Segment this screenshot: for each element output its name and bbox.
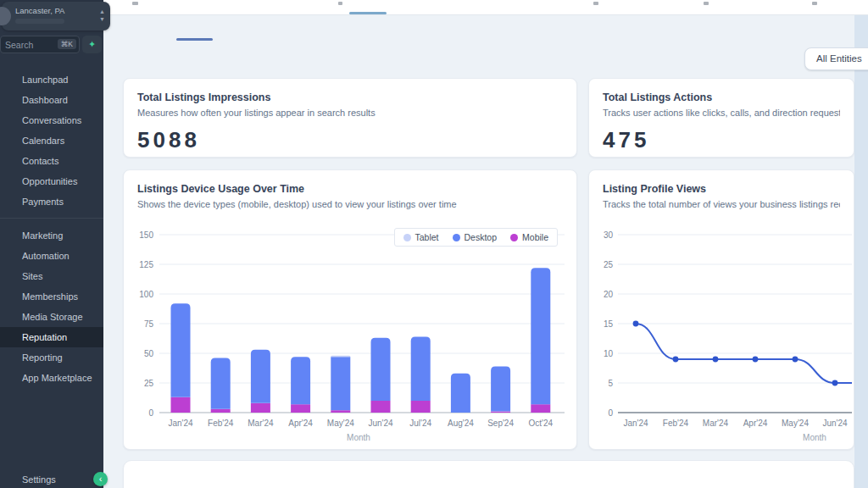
svg-text:Jan'24: Jan'24 bbox=[168, 419, 193, 428]
device-usage-stacked-bar-chart[interactable]: 0255075100125150Jan'24Feb'24Mar'24Apr'24… bbox=[134, 223, 570, 443]
svg-text:Feb'24: Feb'24 bbox=[663, 419, 689, 428]
reputation-listings-dashboard: Lancaster, PA ▲▼ Search ⌘K ✦ Launchpad D… bbox=[0, 0, 868, 488]
sidebar-item-automation[interactable]: Automation bbox=[0, 246, 103, 266]
desktop-legend-dot-icon bbox=[453, 234, 460, 241]
sidebar-item-sites[interactable]: Sites bbox=[0, 266, 103, 286]
stat-title: Total Listings Impressions bbox=[137, 92, 563, 103]
svg-text:Apr'24: Apr'24 bbox=[288, 419, 313, 428]
chart-title: Listing Profile Views bbox=[603, 183, 840, 195]
total-listings-actions-card: Total Listings Actions Tracks user actio… bbox=[588, 78, 854, 158]
legend-item-mobile[interactable]: Mobile bbox=[510, 232, 548, 242]
sidebar: Lancaster, PA ▲▼ Search ⌘K ✦ Launchpad D… bbox=[0, 0, 103, 488]
sparkle-icon: ✦ bbox=[88, 39, 96, 49]
sidebar-item-app-marketplace[interactable]: App Marketplace bbox=[0, 368, 103, 388]
sidebar-search-row: Search ⌘K ✦ bbox=[0, 36, 103, 54]
active-subtab-underline bbox=[176, 38, 213, 41]
sidebar-item-calendars[interactable]: Calendars bbox=[0, 130, 103, 151]
chart-legend[interactable]: Tablet Desktop Mobile bbox=[394, 228, 559, 247]
svg-text:25: 25 bbox=[144, 379, 154, 388]
clipped-tab-text bbox=[338, 2, 342, 5]
svg-text:Aug'24: Aug'24 bbox=[448, 419, 474, 428]
svg-text:5: 5 bbox=[608, 379, 613, 388]
svg-text:10: 10 bbox=[604, 349, 614, 358]
svg-text:0: 0 bbox=[608, 408, 613, 418]
location-name: Lancaster, PA bbox=[15, 6, 64, 15]
svg-text:15: 15 bbox=[604, 319, 614, 329]
location-avatar bbox=[0, 7, 11, 25]
svg-text:100: 100 bbox=[139, 290, 153, 299]
listings-device-usage-card: Listings Device Usage Over Time Shows th… bbox=[123, 169, 577, 450]
svg-text:30: 30 bbox=[604, 230, 614, 240]
sidebar-item-launchpad[interactable]: Launchpad bbox=[0, 69, 103, 90]
stat-value: 5088 bbox=[137, 127, 576, 153]
sidebar-item-reputation[interactable]: Reputation bbox=[0, 327, 103, 347]
svg-text:125: 125 bbox=[139, 260, 153, 269]
search-input[interactable]: Search ⌘K bbox=[0, 36, 80, 53]
svg-text:20: 20 bbox=[604, 290, 614, 299]
sidebar-item-conversations[interactable]: Conversations bbox=[0, 110, 103, 130]
location-selector[interactable]: Lancaster, PA ▲▼ bbox=[2, 2, 110, 30]
sidebar-divider bbox=[0, 218, 103, 219]
top-tab-bar bbox=[103, 0, 868, 15]
stat-description: Measures how often your listings appear … bbox=[137, 108, 563, 118]
sidebar-nav-secondary: Marketing Automation Sites Memberships M… bbox=[0, 225, 103, 388]
legend-label: Desktop bbox=[465, 232, 498, 242]
sidebar-item-payments[interactable]: Payments bbox=[0, 191, 103, 212]
active-tab-underline bbox=[349, 12, 387, 14]
sparkle-button[interactable]: ✦ bbox=[82, 36, 102, 53]
clipped-tab-text bbox=[593, 2, 598, 5]
svg-text:150: 150 bbox=[139, 230, 153, 240]
svg-text:Sep'24: Sep'24 bbox=[487, 419, 514, 428]
legend-item-tablet[interactable]: Tablet bbox=[403, 232, 439, 242]
profile-views-line-chart[interactable]: 051015202530Jan'24Feb'24Mar'24Apr'24May'… bbox=[596, 223, 852, 443]
total-listings-impressions-card: Total Listings Impressions Measures how … bbox=[123, 78, 577, 158]
all-entities-button[interactable]: All Entities bbox=[804, 47, 868, 70]
sidebar-item-opportunities[interactable]: Opportunities bbox=[0, 171, 103, 191]
svg-text:Month: Month bbox=[347, 433, 370, 442]
location-subtext bbox=[15, 19, 64, 24]
mobile-legend-dot-icon bbox=[510, 234, 518, 241]
clipped-tab-text bbox=[132, 2, 138, 5]
chart-subtitle: Shows the device types (mobile, desktop)… bbox=[137, 199, 563, 209]
sidebar-nav-primary: Launchpad Dashboard Conversations Calend… bbox=[0, 69, 103, 212]
chevron-left-icon: ‹ bbox=[99, 474, 103, 484]
chart-title: Listings Device Usage Over Time bbox=[137, 183, 563, 195]
sidebar-item-settings[interactable]: Settings bbox=[0, 471, 103, 488]
svg-text:Jul'24: Jul'24 bbox=[409, 419, 431, 428]
stat-description: Tracks user actions like clicks, calls, … bbox=[603, 108, 840, 118]
sidebar-item-memberships[interactable]: Memberships bbox=[0, 286, 103, 307]
sidebar-item-reporting[interactable]: Reporting bbox=[0, 347, 103, 368]
legend-label: Tablet bbox=[415, 232, 439, 242]
svg-text:75: 75 bbox=[144, 319, 154, 329]
svg-text:Month: Month bbox=[803, 433, 826, 442]
legend-item-desktop[interactable]: Desktop bbox=[453, 232, 498, 242]
stat-title: Total Listings Actions bbox=[603, 92, 840, 103]
right-gutter bbox=[854, 15, 868, 488]
clipped-tab-text bbox=[704, 2, 709, 5]
svg-text:Jan'24: Jan'24 bbox=[623, 419, 648, 428]
chart-subtitle: Tracks the total number of views your bu… bbox=[603, 199, 840, 209]
svg-text:50: 50 bbox=[144, 349, 154, 358]
stat-value: 475 bbox=[603, 127, 854, 153]
svg-text:Apr'24: Apr'24 bbox=[743, 419, 768, 428]
sidebar-item-dashboard[interactable]: Dashboard bbox=[0, 90, 103, 110]
sidebar-item-contacts[interactable]: Contacts bbox=[0, 151, 103, 171]
sidebar-collapse-button[interactable]: ‹ bbox=[93, 472, 108, 486]
sidebar-item-marketing[interactable]: Marketing bbox=[0, 225, 103, 246]
search-shortcut-badge: ⌘K bbox=[58, 39, 76, 49]
search-placeholder: Search bbox=[5, 40, 33, 50]
svg-text:Oct'24: Oct'24 bbox=[529, 419, 554, 428]
chevron-updown-icon: ▲▼ bbox=[99, 8, 105, 23]
clipped-tab-text bbox=[812, 2, 817, 5]
svg-text:Mar'24: Mar'24 bbox=[703, 419, 729, 428]
svg-text:25: 25 bbox=[604, 260, 614, 269]
legend-label: Mobile bbox=[522, 232, 548, 242]
svg-text:May'24: May'24 bbox=[327, 419, 354, 428]
svg-text:0: 0 bbox=[148, 408, 153, 418]
next-section-card bbox=[123, 460, 854, 488]
tablet-legend-dot-icon bbox=[403, 234, 411, 241]
sidebar-item-media-storage[interactable]: Media Storage bbox=[0, 307, 103, 327]
svg-text:Jun'24: Jun'24 bbox=[822, 419, 848, 428]
svg-text:Mar'24: Mar'24 bbox=[248, 419, 274, 428]
svg-text:Feb'24: Feb'24 bbox=[208, 419, 234, 428]
